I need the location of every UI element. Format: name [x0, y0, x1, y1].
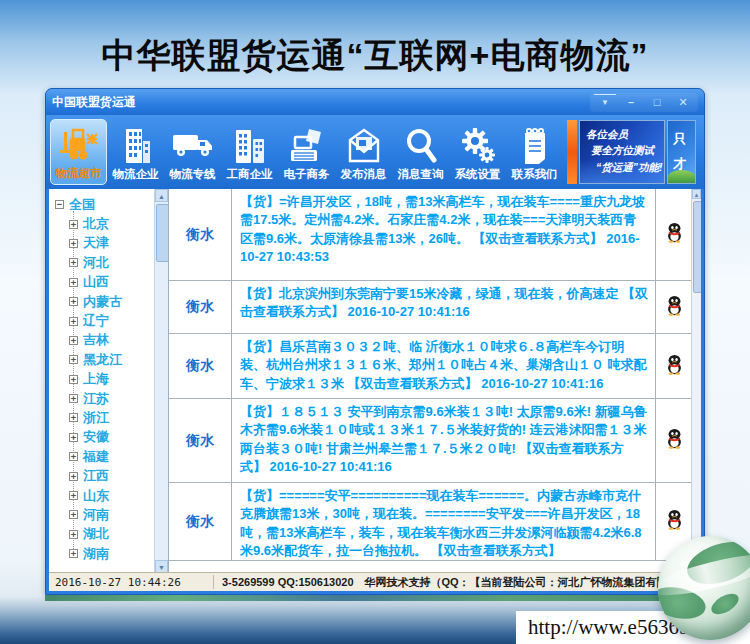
tree-item-heilongjiang[interactable]: +黑龙江	[49, 350, 155, 369]
message-text: 【货】======安平==========现在装车======。内蒙古赤峰市克什…	[232, 483, 655, 560]
message-text: 【货】１８５１３ 安平到南京需9.6米装１３吨! 太原需9.6米! 新疆乌鲁木齐…	[232, 399, 655, 482]
tree-item-shanghai[interactable]: +上海	[49, 370, 155, 389]
tree-item-jiangsu[interactable]: +江苏	[49, 389, 155, 408]
toolbar-item-label: 消息查询	[398, 167, 444, 182]
toolbar-item-logistics-market[interactable]: 物流超市	[50, 119, 107, 185]
message-origin: 衡水	[169, 334, 232, 398]
toolbar-item-logistics-company[interactable]: 物流企业	[107, 119, 164, 185]
message-row[interactable]: 衡水【货】昌乐莒南３０３２吨、临 沂衡水１０吨求６.８高栏车今订明装、杭州台州求…	[169, 334, 692, 399]
promo-banner-side[interactable]: 只才	[667, 120, 696, 184]
tree-scrollbar[interactable]: ▲ ▼	[154, 189, 168, 573]
content-scrollbar[interactable]: ▲	[691, 189, 701, 573]
tree-item-jiangxi[interactable]: +江西	[49, 466, 155, 485]
expand-icon[interactable]: +	[69, 355, 78, 364]
expand-icon[interactable]: +	[69, 472, 78, 481]
tree-item-label: 黑龙江	[83, 351, 122, 369]
tree-item-hubei[interactable]: +湖北	[49, 525, 155, 544]
toolbar-item-e-commerce[interactable]: 电子商务	[278, 119, 335, 185]
app-window: 中国联盟货运通 ▼ – □ ✕ 物流超市物流企业物流专线工商企业电子商务发布消息…	[45, 88, 705, 595]
toolbar-item-publish-message[interactable]: 发布消息	[335, 119, 392, 185]
truck-icon	[172, 125, 214, 167]
tree-item-quanguo[interactable]: −全国	[49, 195, 155, 214]
message-row[interactable]: 衡水【货】北京滨州到东莞南宁要15米冷藏，绿通，现在装，价高速定 【双击查看联系…	[169, 281, 692, 334]
promo-banner[interactable]: 各位会员要全方位测试“货运通”功能!	[579, 120, 665, 184]
tree-item-henan[interactable]: +河南	[49, 505, 155, 524]
expand-icon[interactable]: +	[69, 336, 78, 345]
message-list: 衡水【货】=许昌开发区，18吨，需13米高栏车，现在装车====重庆九龙坡需17…	[169, 189, 692, 573]
toolbar-item-contact-us[interactable]: 联系我们	[506, 119, 563, 185]
toolbar-item-label: 物流超市	[56, 166, 102, 181]
tree-item-zhejiang[interactable]: +浙江	[49, 408, 155, 427]
qq-icon[interactable]	[666, 428, 683, 453]
tree-item-fujian[interactable]: +福建	[49, 447, 155, 466]
tree-item-hebei[interactable]: +河北	[49, 253, 155, 272]
qq-icon[interactable]	[666, 509, 683, 534]
forklift-icon	[59, 124, 99, 166]
tree-scroll-thumb[interactable]	[156, 204, 168, 262]
tree-item-liaoning[interactable]: +辽宁	[49, 311, 155, 330]
tree-item-label: 全国	[69, 196, 95, 214]
toolbar-item-system-settings[interactable]: 系统设置	[449, 119, 506, 185]
expand-icon[interactable]: +	[69, 549, 78, 558]
qq-contact-cell	[655, 399, 692, 482]
tree-item-tianjin[interactable]: +天津	[49, 234, 155, 253]
buildings-icon	[232, 125, 268, 167]
expand-icon[interactable]: +	[69, 530, 78, 539]
scroll-up-icon[interactable]: ▲	[155, 189, 168, 202]
tree-item-hunan[interactable]: +湖南	[49, 544, 155, 563]
expand-icon[interactable]: +	[69, 220, 78, 229]
qq-contact-cell	[655, 334, 692, 398]
qq-icon[interactable]	[666, 354, 683, 379]
toolbar-item-label: 发布消息	[341, 167, 387, 182]
collapse-icon[interactable]: −	[55, 200, 64, 209]
message-row[interactable]: 衡水【货】=许昌开发区，18吨，需13米高栏车，现在装车====重庆九龙坡需17…	[169, 189, 692, 281]
expand-icon[interactable]: +	[69, 491, 78, 500]
expand-icon[interactable]: +	[69, 278, 78, 287]
tree-item-shanxi[interactable]: +山西	[49, 273, 155, 292]
tree-item-anhui[interactable]: +安徽	[49, 428, 155, 447]
main-area: −全国+北京+天津+河北+山西+内蒙古+辽宁+吉林+黑龙江+上海+江苏+浙江+安…	[49, 189, 701, 573]
expand-icon[interactable]: +	[69, 375, 78, 384]
window-title: 中国联盟货运通	[52, 94, 590, 111]
tree-item-label: 山西	[83, 273, 109, 291]
region-tree: −全国+北京+天津+河北+山西+内蒙古+辽宁+吉林+黑龙江+上海+江苏+浙江+安…	[49, 195, 155, 563]
tree-item-neimenggu[interactable]: +内蒙古	[49, 292, 155, 311]
tree-item-label: 湖北	[83, 525, 109, 543]
toolbar-item-label: 工商企业	[227, 167, 273, 182]
expand-icon[interactable]: +	[69, 433, 78, 442]
toolbar-item-label: 电子商务	[284, 167, 330, 182]
minimize-icon[interactable]: –	[620, 94, 642, 110]
tree-item-jilin[interactable]: +吉林	[49, 331, 155, 350]
tree-item-shandong[interactable]: +山东	[49, 486, 155, 505]
toolbar-item-logistics-line[interactable]: 物流专线	[164, 119, 221, 185]
message-text: 【货】北京滨州到东莞南宁要15米冷藏，绿通，现在装，价高速定 【双击查看联系方式…	[232, 281, 655, 333]
envelope-icon	[344, 125, 384, 167]
content-scroll-thumb[interactable]	[693, 201, 701, 293]
expand-icon[interactable]: +	[69, 317, 78, 326]
expand-icon[interactable]: +	[69, 510, 78, 519]
toolbar-item-industry-company[interactable]: 工商企业	[221, 119, 278, 185]
message-origin: 衡水	[169, 189, 232, 280]
qq-contact-cell	[655, 189, 692, 280]
close-icon[interactable]: ✕	[672, 94, 694, 110]
qq-icon[interactable]	[666, 222, 683, 247]
maximize-icon[interactable]: □	[646, 94, 668, 110]
toolbar-item-label: 物流企业	[113, 167, 159, 182]
expand-icon[interactable]: +	[69, 452, 78, 461]
scroll-up-icon[interactable]: ▲	[692, 189, 701, 199]
expand-icon[interactable]: +	[69, 239, 78, 248]
expand-icon[interactable]: +	[69, 258, 78, 267]
expand-icon[interactable]: +	[69, 297, 78, 306]
qq-icon[interactable]	[666, 295, 683, 320]
message-row[interactable]: 衡水【货】======安平==========现在装车======。内蒙古赤峰市…	[169, 483, 692, 561]
expand-icon[interactable]: +	[69, 413, 78, 422]
message-row[interactable]: 衡水【货】１８５１３ 安平到南京需9.6米装１３吨! 太原需9.6米! 新疆乌鲁…	[169, 399, 692, 483]
message-text: 【货】昌乐莒南３０３２吨、临 沂衡水１０吨求６.８高栏车今订明装、杭州台州求１３…	[232, 334, 655, 398]
status-bar: 2016-10-27 10:44:26 3-5269599 QQ:1506130…	[49, 572, 701, 591]
tree-item-beijing[interactable]: +北京	[49, 214, 155, 233]
banner-line: 只	[673, 127, 695, 152]
toolbar-item-label: 联系我们	[512, 167, 558, 182]
toolbar-item-message-query[interactable]: 消息查询	[392, 119, 449, 185]
pin-icon[interactable]: ▼	[594, 94, 616, 111]
expand-icon[interactable]: +	[69, 394, 78, 403]
